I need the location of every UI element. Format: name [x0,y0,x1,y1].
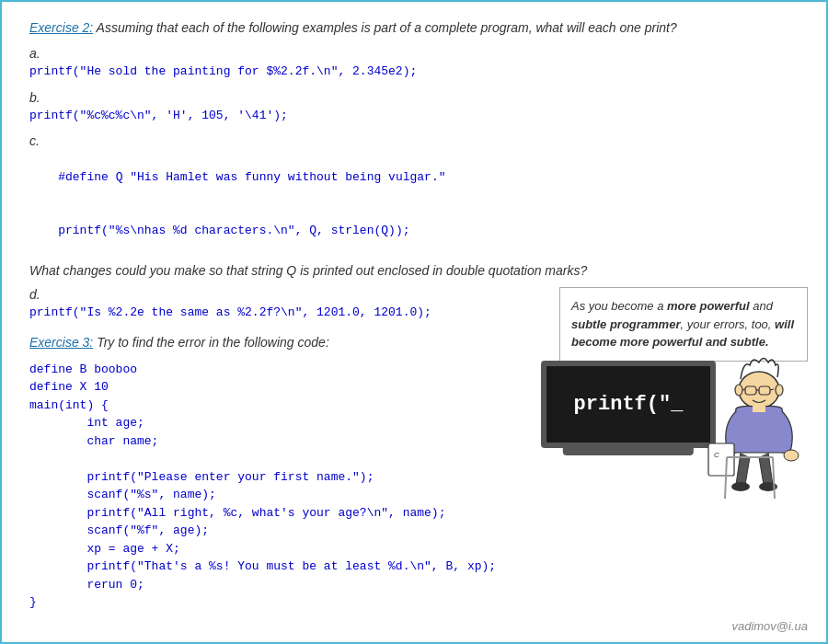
callout-text: As you become a more powerful and subtle… [571,299,794,349]
part-b-code: printf("%c%c%c\n", 'H', 105, '\41'); [29,107,799,125]
svg-point-7 [776,385,783,396]
exercise2-title: Exercise 2: Assuming that each of the fo… [29,20,799,35]
part-c-question: What changes could you make so that stri… [29,263,799,278]
svg-rect-10 [708,443,734,476]
part-a-label: a. [29,46,799,61]
exercise2-link[interactable]: Exercise 2: [29,20,93,35]
part-c-code: #define Q "His Hamlet was funny without … [29,150,799,258]
printf-screen-text: printf("_ [574,393,684,416]
part-c-label: c. [29,133,799,148]
svg-rect-8 [753,405,765,412]
svg-point-12 [784,450,799,461]
callout-box: As you become a more powerful and subtle… [559,287,808,362]
watermark: vadimov@i.ua [731,619,808,633]
svg-text:C: C [714,451,719,459]
part-a-code: printf("He sold the painting for $%2.2f.… [29,63,799,81]
programmer-illustration: C [690,351,810,535]
part-b-label: b. [29,90,799,105]
svg-point-6 [735,385,742,396]
exercise3-link[interactable]: Exercise 3: [29,335,93,350]
svg-point-13 [731,482,750,491]
programmer-svg: C [690,351,810,535]
